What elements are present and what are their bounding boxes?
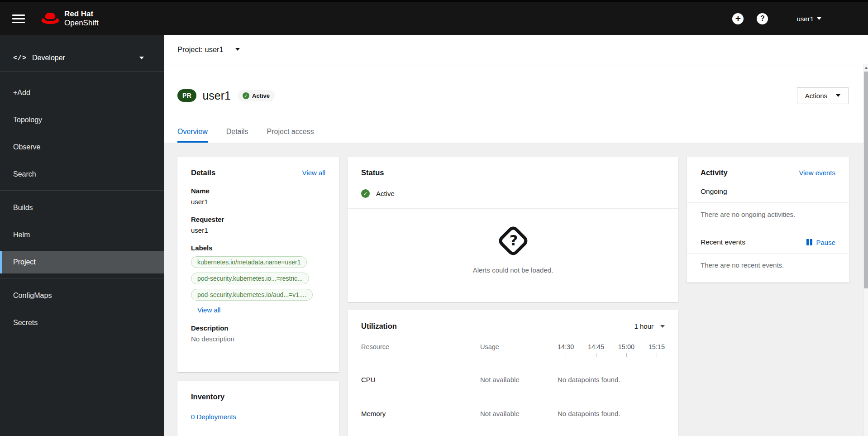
project-selector[interactable]: Project: user1: [177, 45, 240, 54]
unknown-status-icon: ?: [496, 224, 530, 258]
masthead-toolbar: + ? user1: [732, 13, 821, 24]
status-card: Status ✓ Active ? Alerts could not be lo…: [348, 157, 678, 302]
label-pill[interactable]: pod-security.kubernetes.io/aud...=v1....: [191, 289, 313, 301]
label-pill[interactable]: pod-security.kubernetes.io...=restric...: [191, 273, 309, 284]
labels-label: Labels: [191, 244, 325, 252]
time-axis: 14:30 14:45 15:00 15:15: [558, 343, 665, 357]
field-requester: Requester user1: [191, 216, 325, 234]
project-selector-label: Project: user1: [177, 45, 224, 54]
field-description: Description No description: [191, 324, 325, 343]
table-row-memory: Memory Not available No datapoints found…: [361, 410, 665, 417]
field-name: Name user1: [191, 187, 325, 206]
scroll-up-arrow-icon[interactable]: [864, 67, 868, 69]
utilization-header-row: Resource Usage 14:30 14:45 15:00 15:15: [361, 343, 665, 357]
quick-create-icon[interactable]: +: [732, 13, 744, 24]
recent-events-section: Recent events Pause: [687, 228, 849, 253]
utilization-card: Utilization 1 hour Resource Usage 14:30: [348, 310, 678, 436]
description-value: No description: [191, 335, 325, 343]
masthead: Red Hat OpenShift + ? user1: [0, 0, 868, 35]
main-area: Project: user1 PR user1 ✓ Active Actions…: [164, 35, 868, 436]
project-status-row: ✓ Active: [348, 177, 678, 208]
sidebar-item-topology[interactable]: Topology: [0, 109, 164, 131]
details-card: Details View all Name user1 Requester us…: [177, 157, 339, 372]
pause-events-button[interactable]: Pause: [806, 239, 835, 246]
nav-list: +Add Topology Observe Search Builds Helm…: [0, 72, 164, 334]
sidebar-item-search[interactable]: Search: [0, 163, 164, 186]
user-menu-label: user1: [796, 15, 814, 23]
details-card-title: Details: [191, 168, 215, 177]
project-badge: PR: [177, 89, 196, 102]
tab-overview[interactable]: Overview: [177, 128, 208, 143]
activity-card: Activity View events Ongoing There are n…: [687, 157, 849, 283]
requester-value: user1: [191, 226, 325, 234]
chevron-down-icon: [139, 57, 144, 59]
code-icon: </>: [13, 54, 27, 62]
vertical-scrollbar[interactable]: [863, 64, 868, 436]
details-view-all-link[interactable]: View all: [302, 169, 325, 177]
nav-toggle-icon[interactable]: [12, 14, 25, 23]
scrollbar-thumb[interactable]: [864, 72, 868, 288]
table-row-cpu: CPU Not available No datapoints found.: [361, 376, 665, 383]
requester-label: Requester: [191, 216, 325, 223]
view-events-link[interactable]: View events: [799, 169, 835, 177]
name-value: user1: [191, 198, 325, 206]
page-header: PR user1 ✓ Active Actions: [164, 64, 868, 117]
deployments-link[interactable]: 0 Deployments: [191, 413, 325, 421]
status-badge[interactable]: ✓ Active: [238, 90, 275, 101]
user-menu[interactable]: user1: [796, 15, 821, 23]
sidebar-item-builds[interactable]: Builds: [0, 196, 164, 219]
sidebar-item-observe[interactable]: Observe: [0, 136, 164, 158]
perspective-switcher[interactable]: </> Developer: [0, 35, 164, 72]
label-pill[interactable]: kubernetes.io/metadata.name=user1: [191, 256, 307, 268]
memory-usage-value: Not available: [480, 410, 558, 417]
actions-button-label: Actions: [805, 92, 827, 100]
pause-icon: [806, 239, 812, 245]
cpu-usage-value: Not available: [480, 376, 558, 383]
sidebar-item-configmaps[interactable]: ConfigMaps: [0, 284, 164, 307]
name-label: Name: [191, 187, 325, 195]
check-circle-icon: ✓: [361, 189, 370, 198]
labels-view-all-link[interactable]: View all: [197, 306, 220, 314]
inventory-card: Inventory 0 Deployments: [177, 381, 339, 436]
actions-button[interactable]: Actions: [797, 87, 849, 104]
time-tick: 15:15: [649, 343, 665, 357]
tab-bar: Overview Details Project access: [164, 117, 868, 143]
alerts-empty-message: Alerts could not be loaded.: [357, 266, 669, 274]
memory-datapoints-message: No datapoints found.: [558, 410, 665, 417]
memory-resource-label: Memory: [361, 410, 480, 417]
help-icon[interactable]: ?: [757, 13, 768, 24]
time-tick: 15:00: [618, 343, 634, 357]
inventory-card-title: Inventory: [191, 393, 325, 401]
duration-select[interactable]: 1 hour: [634, 322, 665, 330]
label-pills: kubernetes.io/metadata.name=user1 pod-se…: [191, 256, 325, 301]
tab-details[interactable]: Details: [226, 128, 248, 143]
left-column: Details View all Name user1 Requester us…: [177, 157, 339, 436]
cpu-resource-label: CPU: [361, 376, 480, 383]
recent-events-title: Recent events: [701, 238, 745, 246]
sidebar-item-secrets[interactable]: Secrets: [0, 311, 164, 334]
ongoing-empty-message: There are no ongoing activities.: [687, 203, 849, 228]
sidebar-item-add[interactable]: +Add: [0, 81, 164, 104]
brand-name: Red Hat: [64, 10, 99, 19]
nav-divider: [0, 278, 164, 278]
alerts-empty-state: ? Alerts could not be loaded.: [348, 209, 678, 292]
utilization-table: Resource Usage 14:30 14:45 15:00 15:15 C…: [361, 343, 665, 417]
overview-content: Details View all Name user1 Requester us…: [164, 143, 868, 436]
cpu-datapoints-message: No datapoints found.: [558, 376, 665, 383]
field-labels: Labels kubernetes.io/metadata.name=user1…: [191, 244, 325, 314]
right-column: Activity View events Ongoing There are n…: [687, 157, 849, 283]
usage-column-header: Usage: [480, 343, 558, 350]
status-card-title: Status: [361, 168, 665, 177]
perspective-label: Developer: [32, 54, 65, 62]
chevron-down-icon: [660, 325, 665, 328]
description-label: Description: [191, 324, 325, 332]
time-tick: 14:45: [588, 343, 604, 357]
chevron-down-icon: [817, 17, 821, 20]
sidebar-item-project[interactable]: Project: [0, 251, 164, 273]
activity-card-title: Activity: [701, 168, 728, 177]
tab-project-access[interactable]: Project access: [267, 128, 314, 143]
recent-events-empty-message: There are no recent events.: [687, 254, 849, 278]
brand-logo[interactable]: Red Hat OpenShift: [41, 10, 99, 28]
middle-column: Status ✓ Active ? Alerts could not be lo…: [348, 157, 678, 436]
sidebar-item-helm[interactable]: Helm: [0, 224, 164, 246]
